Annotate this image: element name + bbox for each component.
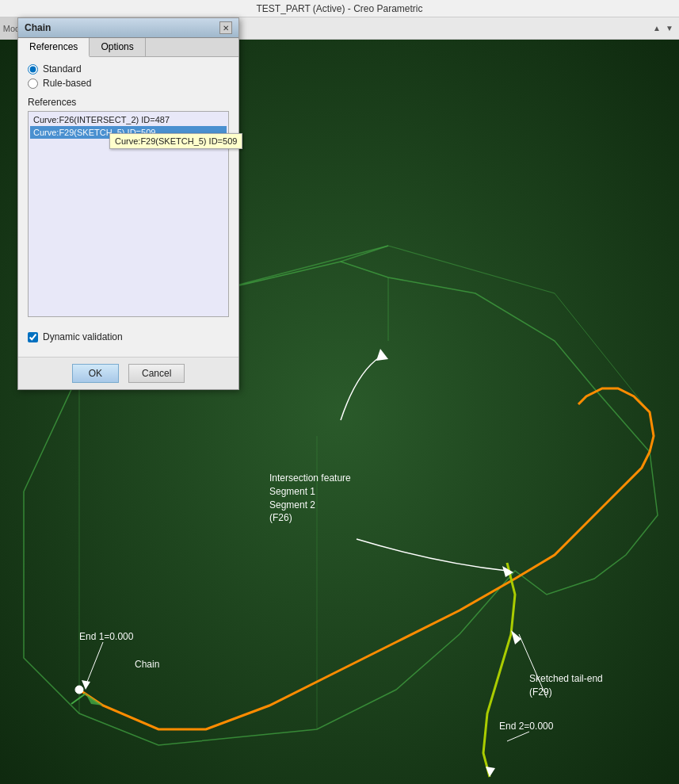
title-bar: TEST_PART (Active) - Creo Parametric — [0, 0, 679, 17]
dynamic-validation-checkbox[interactable] — [28, 332, 38, 342]
radio-group: Standard Rule-based — [28, 63, 229, 89]
ok-button[interactable]: OK — [72, 364, 119, 383]
radio-rulebased-row[interactable]: Rule-based — [28, 78, 229, 89]
dialog-footer: OK Cancel — [18, 357, 238, 389]
dialog-close-button[interactable]: ✕ — [219, 21, 232, 34]
dialog-titlebar: Chain ✕ — [18, 18, 238, 38]
tab-references[interactable]: References — [18, 38, 90, 57]
refs-item-0[interactable]: Curve:F26(INTERSECT_2) ID=487 — [30, 113, 227, 126]
window-title: TEST_PART (Active) - Creo Parametric — [256, 3, 422, 14]
tab-options[interactable]: Options — [90, 38, 145, 56]
dialog-title: Chain — [25, 22, 51, 33]
svg-point-9 — [75, 686, 83, 694]
tooltip-popup: Curve:F29(SKETCH_5) ID=509 — [109, 133, 242, 149]
dynamic-validation-section: Dynamic validation — [18, 331, 238, 357]
radio-rulebased[interactable] — [28, 78, 38, 89]
dynamic-validation-row[interactable]: Dynamic validation — [28, 331, 229, 342]
radio-standard[interactable] — [28, 64, 38, 75]
references-section-label: References — [28, 97, 229, 108]
radio-rulebased-label: Rule-based — [43, 78, 91, 89]
ribbon-scroll: ▲ ▼ — [650, 17, 679, 39]
chain-dialog: Chain ✕ References Options Standard Rule… — [17, 17, 239, 390]
dynamic-validation-label: Dynamic validation — [43, 331, 123, 342]
dialog-body: Standard Rule-based References Curve:F26… — [18, 57, 238, 323]
ribbon-scroll-down[interactable]: ▼ — [663, 22, 676, 35]
radio-standard-row[interactable]: Standard — [28, 63, 229, 75]
radio-standard-label: Standard — [43, 63, 82, 75]
ribbon-scroll-up[interactable]: ▲ — [650, 22, 663, 35]
dialog-tabs: References Options — [18, 38, 238, 57]
cancel-button[interactable]: Cancel — [128, 364, 185, 383]
